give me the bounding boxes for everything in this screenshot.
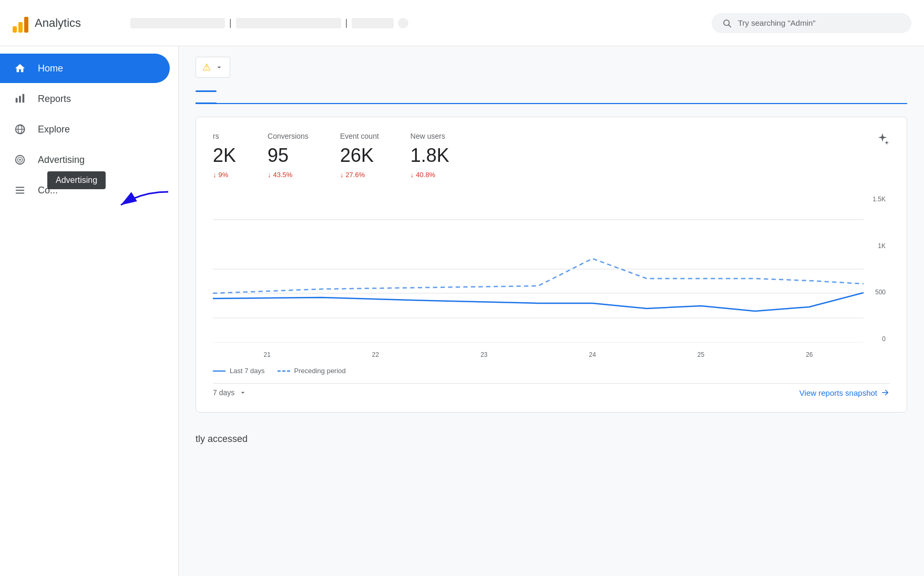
x-label-23: 23	[480, 351, 487, 358]
metric-partial-change: ↓ 9%	[213, 171, 236, 179]
metric-partial-change-value: 9%	[219, 171, 229, 179]
advertising-icon	[13, 152, 27, 167]
metric-new-users-value: 1.8K	[410, 145, 449, 167]
metric-conversions-label: Conversions	[268, 132, 309, 140]
legend-current: Last 7 days	[213, 367, 265, 375]
metric-conversions-value: 95	[268, 145, 309, 167]
main-layout: Home Reports Ex	[0, 46, 924, 576]
property-separator: |	[345, 17, 348, 28]
search-placeholder: Try searching "Admin"	[738, 18, 816, 27]
chevron-down-icon	[215, 63, 223, 71]
metric-event-change: ↓ 27.6%	[340, 171, 379, 179]
analytics-logo-icon	[13, 14, 28, 33]
days-selector-label: 7 days	[213, 388, 234, 397]
main-content: ⚠ rs 2K	[179, 46, 924, 576]
x-label-22: 22	[372, 351, 379, 358]
logo-area: Analytics	[13, 14, 118, 33]
configure-icon	[13, 183, 27, 198]
warning-icon: ⚠	[202, 61, 211, 73]
svg-rect-11	[16, 187, 25, 188]
days-selector[interactable]: 7 days	[213, 388, 247, 397]
x-label-25: 25	[697, 351, 704, 358]
sidebar-item-explore-label: Explore	[38, 124, 70, 135]
view-snapshot-label: View reports snapshot	[799, 388, 877, 397]
chart-y-labels: 1.5K 1K 500 0	[864, 196, 890, 343]
metric-conversions-pct: 43.5%	[273, 171, 293, 179]
account-icon-blurred	[398, 18, 408, 28]
metric-new-users-pct: 40.8%	[416, 171, 435, 179]
advertising-arrow	[110, 187, 173, 220]
metric-new-users-change: ↓ 40.8%	[410, 171, 449, 179]
home-icon	[13, 61, 27, 76]
dropdown-icon	[239, 388, 247, 397]
metric-event-pct: 27.6%	[345, 171, 365, 179]
y-label-1.5k: 1.5K	[872, 196, 886, 203]
sidebar-item-reports[interactable]: Reports	[0, 84, 178, 114]
view-snapshot-button[interactable]: View reports snapshot	[799, 388, 890, 397]
sidebar-item-advertising-label: Advertising	[38, 155, 85, 166]
metric-event-value: 26K	[340, 145, 379, 167]
app-title: Analytics	[35, 16, 81, 30]
svg-rect-12	[16, 190, 25, 191]
sidebar-item-reports-label: Reports	[38, 94, 71, 105]
metrics-row: rs 2K ↓ 9% Conversions 95 ↓ 43.5%	[213, 132, 890, 179]
sidebar-item-explore[interactable]: Explore	[0, 115, 178, 144]
svg-point-10	[19, 159, 21, 161]
metric-conversions: Conversions 95 ↓ 43.5%	[268, 132, 309, 179]
event-down-arrow: ↓	[340, 171, 344, 179]
line-chart	[213, 196, 864, 343]
legend-preceding-label: Preceding period	[294, 367, 346, 375]
metric-partial-label: rs	[213, 132, 236, 140]
sidebar-item-home-label: Home	[38, 63, 63, 74]
svg-rect-13	[16, 193, 25, 194]
sparkle-icon	[875, 132, 890, 147]
down-arrow-icon: ↓	[213, 171, 217, 179]
x-label-24: 24	[589, 351, 596, 358]
warning-button[interactable]: ⚠	[196, 57, 230, 78]
chart-x-labels: 21 22 23 24 25 26	[213, 351, 890, 358]
metric-new-users-label: New users	[410, 132, 449, 140]
x-label-26: 26	[806, 351, 813, 358]
metric-partial-value: 2K	[213, 145, 236, 167]
metric-new-users: New users 1.8K ↓ 40.8%	[410, 132, 449, 179]
view-name-blurred	[352, 18, 394, 28]
search-icon	[722, 18, 732, 28]
metric-conversions-change: ↓ 43.5%	[268, 171, 309, 179]
svg-rect-2	[16, 98, 18, 102]
tab-overview[interactable]	[196, 84, 217, 104]
chart-legend: Last 7 days Preceding period	[213, 367, 890, 375]
svg-rect-4	[23, 94, 25, 103]
new-users-down-arrow: ↓	[410, 171, 414, 179]
recently-accessed-title: tly accessed	[196, 425, 907, 449]
property-name-blurred	[236, 18, 341, 28]
svg-line-1	[728, 25, 731, 27]
metric-partial: rs 2K ↓ 9%	[213, 132, 236, 179]
chart-tabs	[196, 84, 907, 104]
metric-event-count: Event count 26K ↓ 27.6%	[340, 132, 379, 179]
sparkle-button[interactable]	[875, 132, 890, 149]
account-name-blurred	[130, 18, 225, 28]
reports-icon	[13, 91, 27, 106]
y-label-0: 0	[882, 335, 886, 343]
account-selector[interactable]: | |	[130, 17, 699, 28]
metrics-card: rs 2K ↓ 9% Conversions 95 ↓ 43.5%	[196, 117, 907, 413]
explore-icon	[13, 122, 27, 137]
legend-solid-line	[213, 371, 225, 372]
advertising-tooltip: Advertising	[47, 171, 106, 189]
x-label-21: 21	[263, 351, 270, 358]
legend-preceding: Preceding period	[278, 367, 346, 375]
chart-area: 1.5K 1K 500 0	[213, 196, 890, 343]
legend-current-label: Last 7 days	[230, 367, 265, 375]
svg-rect-3	[19, 96, 21, 103]
sidebar-item-home[interactable]: Home	[0, 54, 170, 83]
arrow-right-icon	[880, 388, 890, 397]
sidebar: Home Reports Ex	[0, 46, 179, 576]
y-label-500: 500	[875, 289, 886, 296]
conversions-down-arrow: ↓	[268, 171, 271, 179]
warning-area: ⚠	[196, 57, 907, 78]
card-footer: 7 days View reports snapshot	[213, 383, 890, 397]
app-header: Analytics | | Try searching "Admin"	[0, 0, 924, 46]
search-bar[interactable]: Try searching "Admin"	[712, 13, 911, 33]
sidebar-item-advertising[interactable]: Advertising Advertising	[0, 145, 178, 174]
y-label-1k: 1K	[878, 242, 886, 250]
